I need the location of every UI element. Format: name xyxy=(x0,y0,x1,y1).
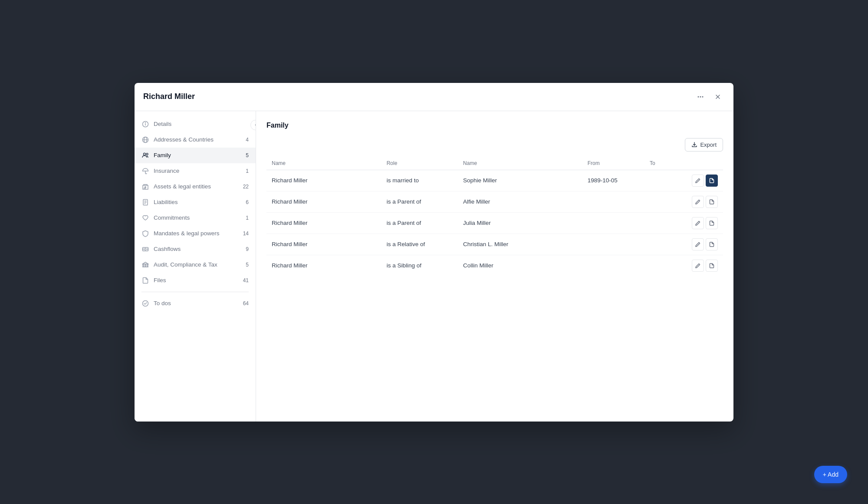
sidebar-item-family[interactable]: Family 5 xyxy=(135,148,256,163)
sidebar-item-cashflows-label: Cashflows xyxy=(154,246,241,252)
cell-actions xyxy=(683,191,723,212)
edit-button[interactable] xyxy=(692,260,704,272)
document-button[interactable] xyxy=(706,238,718,250)
export-icon xyxy=(691,142,697,148)
edit-button[interactable] xyxy=(692,196,704,208)
cell-to xyxy=(644,191,683,212)
sidebar-item-insurance[interactable]: Insurance 1 xyxy=(135,163,256,179)
col-header-from: From xyxy=(582,157,644,170)
shield-icon xyxy=(141,230,149,237)
modal-body: ‹ Details xyxy=(135,111,733,422)
cell-name: Richard Miller xyxy=(266,191,381,212)
close-button[interactable] xyxy=(711,90,725,104)
svg-rect-17 xyxy=(143,247,148,251)
table-row: Richard Miller is a Relative of Christia… xyxy=(266,234,723,255)
edit-button[interactable] xyxy=(692,238,704,250)
col-header-related-name: Name xyxy=(458,157,582,170)
cell-actions xyxy=(683,170,723,191)
sidebar-item-todos-label: To dos xyxy=(154,300,239,306)
sidebar-item-family-count: 5 xyxy=(246,152,249,158)
svg-rect-23 xyxy=(143,264,144,267)
main-content: Family Export Name xyxy=(256,111,733,422)
modal-header: Richard Miller xyxy=(135,83,733,111)
globe-icon xyxy=(141,136,149,144)
sidebar-item-cashflows[interactable]: Cashflows 9 xyxy=(135,241,256,257)
sidebar-item-commitments[interactable]: Commitments 1 xyxy=(135,210,256,226)
sidebar-item-commitments-label: Commitments xyxy=(154,214,241,221)
cell-to xyxy=(644,212,683,234)
svg-point-10 xyxy=(146,153,148,155)
document-button[interactable] xyxy=(706,196,718,208)
modal: Richard Miller ‹ xyxy=(135,83,733,422)
sidebar-item-liabilities[interactable]: Liabilities 6 xyxy=(135,194,256,210)
cell-name: Richard Miller xyxy=(266,234,381,255)
sidebar-item-liabilities-count: 6 xyxy=(246,199,249,205)
sidebar-item-audit[interactable]: Audit, Compliance & Tax 5 xyxy=(135,257,256,273)
sidebar-item-liabilities-label: Liabilities xyxy=(154,199,241,205)
export-button[interactable]: Export xyxy=(685,138,723,152)
sidebar-item-details-label: Details xyxy=(154,121,249,127)
info-icon xyxy=(141,120,149,128)
sidebar: ‹ Details xyxy=(135,111,256,422)
more-options-button[interactable] xyxy=(694,90,707,104)
content-toolbar: Export xyxy=(266,138,723,152)
sidebar-item-addresses-count: 4 xyxy=(246,137,249,143)
cell-name: Richard Miller xyxy=(266,212,381,234)
cell-name: Richard Miller xyxy=(266,255,381,276)
document-button[interactable] xyxy=(706,217,718,229)
col-header-role: Role xyxy=(381,157,458,170)
sidebar-item-details[interactable]: Details xyxy=(135,116,256,132)
svg-point-9 xyxy=(144,153,146,155)
sidebar-item-audit-label: Audit, Compliance & Tax xyxy=(154,261,241,268)
table-row: Richard Miller is a Parent of Alfie Mill… xyxy=(266,191,723,212)
modal-title: Richard Miller xyxy=(143,92,195,101)
cell-from xyxy=(582,255,644,276)
cell-from: 1989-10-05 xyxy=(582,170,644,191)
svg-point-2 xyxy=(702,96,704,97)
cell-role: is a Sibling of xyxy=(381,255,458,276)
edit-button[interactable] xyxy=(692,175,704,187)
building-icon xyxy=(141,183,149,191)
sidebar-item-todos-count: 64 xyxy=(243,300,249,306)
document-button[interactable] xyxy=(706,175,718,187)
svg-point-1 xyxy=(700,96,701,97)
sidebar-divider xyxy=(141,292,249,292)
edit-button[interactable] xyxy=(692,217,704,229)
sidebar-item-addresses[interactable]: Addresses & Countries 4 xyxy=(135,132,256,148)
sidebar-item-files[interactable]: Files 41 xyxy=(135,273,256,288)
svg-point-0 xyxy=(698,96,699,97)
col-header-actions xyxy=(683,157,723,170)
receipt-icon xyxy=(141,198,149,206)
modal-overlay: Richard Miller ‹ xyxy=(0,0,868,504)
cell-actions xyxy=(683,255,723,276)
cell-role: is a Relative of xyxy=(381,234,458,255)
sidebar-item-cashflows-count: 9 xyxy=(246,246,249,252)
file-icon xyxy=(141,277,149,284)
cash-icon xyxy=(141,245,149,253)
cell-role: is a Parent of xyxy=(381,191,458,212)
sidebar-item-files-label: Files xyxy=(154,277,239,283)
cell-actions xyxy=(683,234,723,255)
sidebar-item-mandates[interactable]: Mandates & legal powers 14 xyxy=(135,226,256,241)
umbrella-icon xyxy=(141,167,149,175)
sidebar-item-assets-count: 22 xyxy=(243,184,249,190)
sidebar-item-assets[interactable]: Assets & legal entities 22 xyxy=(135,179,256,194)
header-actions xyxy=(694,90,725,104)
section-title: Family xyxy=(266,122,723,129)
sidebar-item-family-label: Family xyxy=(154,152,241,158)
cell-from xyxy=(582,191,644,212)
cell-from xyxy=(582,234,644,255)
cell-to xyxy=(644,234,683,255)
cell-name: Richard Miller xyxy=(266,170,381,191)
table-row: Richard Miller is a Parent of Julia Mill… xyxy=(266,212,723,234)
heart-icon xyxy=(141,214,149,222)
sidebar-item-files-count: 41 xyxy=(243,277,249,283)
check-circle-icon xyxy=(141,300,149,307)
cell-related-name: Collin Miller xyxy=(458,255,582,276)
cell-related-name: Christian L. Miller xyxy=(458,234,582,255)
svg-rect-12 xyxy=(145,187,146,188)
document-button[interactable] xyxy=(706,260,718,272)
sidebar-item-todos[interactable]: To dos 64 xyxy=(135,296,256,311)
bank-icon xyxy=(141,261,149,269)
sidebar-item-commitments-count: 1 xyxy=(246,215,249,221)
